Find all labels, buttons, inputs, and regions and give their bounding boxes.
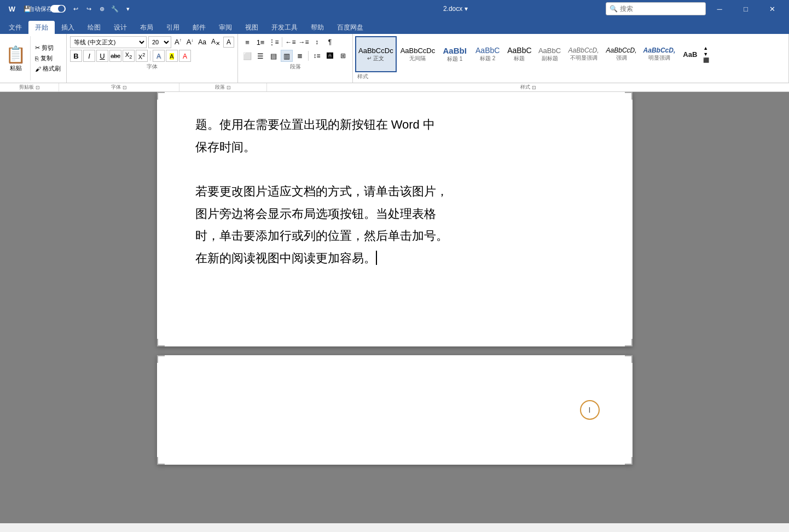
distributed-button[interactable]: ≣ (294, 50, 306, 62)
bold-button[interactable]: B (70, 50, 82, 62)
sort-button[interactable]: ↕ (311, 36, 323, 48)
divider2 (282, 37, 282, 47)
tab-view[interactable]: 视图 (239, 21, 265, 34)
paragraph-label: 段落 ⊡ (179, 83, 267, 91)
multilevel-list-button[interactable]: ⋮≡ (268, 36, 280, 48)
style-emphasis[interactable]: AaBbCcD, 强调 (604, 36, 640, 72)
styles-label: 样式 ⊡ (267, 83, 789, 91)
font-grow-button[interactable]: A↑ (173, 37, 183, 47)
superscript-button[interactable]: X2 (136, 50, 148, 62)
page1-line2: 保存时间。 (195, 136, 594, 159)
tab-help[interactable]: 帮助 (304, 21, 330, 34)
show-formatting-button[interactable]: ¶ (324, 36, 336, 48)
title-bar: W 💾 自动保存 ↩ ↪ ⊕ 🔧 ▾ 2.docx ▾ 🔍 ─ □ ✕ (0, 0, 789, 18)
paste-label: 粘贴 (10, 64, 22, 72)
highlight-color-button[interactable]: A (166, 50, 178, 62)
style-title[interactable]: AaBbC 标题 (504, 36, 534, 72)
style-no-spacing[interactable]: AaBbCcDc 无间隔 (398, 36, 438, 72)
style-subtitle-label: 副标题 (542, 55, 558, 62)
shading-button[interactable]: 🅰 (324, 50, 336, 62)
italic-button[interactable]: I (83, 50, 95, 62)
page-2: I (157, 355, 633, 465)
decrease-indent-button[interactable]: ←≡ (285, 36, 297, 48)
paste-icon: 📋 (5, 45, 26, 64)
tab-design[interactable]: 设计 (107, 21, 134, 34)
style-normal[interactable]: AaBbCcDc ↵ 正文 (355, 36, 397, 72)
align-center-button[interactable]: ☰ (254, 50, 266, 62)
styles-more-button[interactable]: ▲ ▼ ⬛ (702, 36, 710, 72)
word-icon: W (4, 2, 20, 15)
format-painter-icon: 🖌 (35, 66, 41, 72)
clipboard-dialog-icon[interactable]: ⊡ (36, 85, 40, 90)
underline-button[interactable]: U (96, 50, 108, 62)
style-strong-preview: AaB (683, 50, 697, 59)
paste-button[interactable]: 📋 粘贴 (1, 36, 31, 80)
style-strong[interactable]: AaB (679, 36, 701, 72)
page-1-content[interactable]: 题。使用在需要位置出现的新按钮在 Word 中 保存时间。 若要更改图片适应文档… (195, 114, 594, 270)
style-subtle-emphasis[interactable]: AaBbCcD, 不明显强调 (565, 36, 602, 72)
style-subtitle-preview: AaBbC (538, 47, 561, 55)
tab-developer[interactable]: 开发工具 (265, 21, 304, 34)
font-color-button[interactable]: A (179, 50, 191, 62)
numbering-button[interactable]: 1≡ (254, 36, 266, 48)
title-bar-left: W 💾 自动保存 ↩ ↪ ⊕ 🔧 ▾ (4, 2, 305, 15)
overflow-icon[interactable]: ▾ (123, 3, 134, 14)
more-icon[interactable]: ⊕ (96, 3, 107, 14)
minimize-button[interactable]: ─ (707, 0, 732, 18)
cut-icon: ✂ (35, 44, 40, 51)
clear-format-button[interactable]: A✕ (210, 37, 222, 47)
change-case-button[interactable]: Aa (196, 38, 208, 47)
divider1 (150, 51, 150, 61)
line-spacing-button[interactable]: ↕≡ (311, 50, 323, 62)
copy-button[interactable]: ⎘ 复制 (33, 54, 63, 63)
close-button[interactable]: ✕ (759, 0, 785, 18)
corner-top-right-p1 (625, 92, 633, 100)
document-title: 2.docx ▾ (305, 5, 606, 13)
customize-icon[interactable]: 🔧 (109, 3, 120, 14)
tab-review[interactable]: 审阅 (212, 21, 239, 34)
font-color-picker-button[interactable]: A (223, 37, 234, 48)
font-group: 等线 (中文正文) 20 A↑ A↓ Aa A✕ A B I U abc X2 … (67, 34, 238, 83)
borders-button[interactable]: ⊞ (337, 50, 349, 62)
search-bar[interactable]: 🔍 (606, 2, 706, 15)
font-size-select[interactable]: 20 (148, 36, 171, 48)
style-heading1-label: 标题 1 (447, 55, 462, 63)
styles-dialog-icon[interactable]: ⊡ (532, 85, 536, 90)
page1-line4: 若要更改图片适应文档的方式，请单击该图片， (195, 181, 594, 203)
increase-indent-button[interactable]: →≡ (298, 36, 310, 48)
tab-file[interactable]: 文件 (2, 21, 28, 34)
align-left-button[interactable]: ⬜ (241, 50, 253, 62)
tab-baidu[interactable]: 百度网盘 (330, 21, 370, 34)
restore-button[interactable]: □ (733, 0, 758, 18)
tab-mailings[interactable]: 邮件 (186, 21, 212, 34)
search-input[interactable] (620, 5, 702, 13)
tab-references[interactable]: 引用 (160, 21, 186, 34)
text-effect-button[interactable]: A (153, 50, 165, 62)
style-subtitle[interactable]: AaBbC 副标题 (536, 36, 564, 72)
align-right-button[interactable]: ▤ (268, 50, 280, 62)
undo-icon[interactable]: ↩ (70, 3, 81, 14)
style-subtle-emphasis-preview: AaBbCcD, (568, 47, 599, 54)
format-painter-button[interactable]: 🖌 格式刷 (33, 64, 63, 73)
paragraph-group: ≡ 1≡ ⋮≡ ←≡ →≡ ↕ ¶ ⬜ ☰ ▤ ▥ ≣ ↕≡ 🅰 ⊞ 段落 (238, 34, 353, 83)
subscript-button[interactable]: X2 (123, 50, 135, 62)
strikethrough-button[interactable]: abc (109, 50, 121, 62)
tab-layout[interactable]: 布局 (134, 21, 160, 34)
tab-insert[interactable]: 插入 (55, 21, 81, 34)
cut-button[interactable]: ✂ 剪切 (33, 43, 63, 53)
bullets-button[interactable]: ≡ (241, 36, 253, 48)
autosave-toggle[interactable] (50, 5, 66, 13)
style-heading2[interactable]: AaBbC 标题 2 (472, 36, 503, 72)
corner-bottom-left-p1 (157, 339, 165, 346)
para-dialog-icon[interactable]: ⊡ (227, 85, 231, 90)
justify-button[interactable]: ▥ (281, 50, 293, 62)
font-shrink-button[interactable]: A↓ (185, 37, 195, 47)
font-name-select[interactable]: 等线 (中文正文) (70, 36, 147, 48)
style-heading1[interactable]: AaBbI 标题 1 (439, 36, 471, 72)
redo-icon[interactable]: ↪ (83, 3, 94, 14)
style-intense-emphasis[interactable]: AaBbCcD, 明显强调 (641, 36, 678, 72)
document-area[interactable]: 题。使用在需要位置出现的新按钮在 Word 中 保存时间。 若要更改图片适应文档… (0, 92, 789, 523)
tab-draw[interactable]: 绘图 (81, 21, 107, 34)
font-dialog-icon[interactable]: ⊡ (123, 85, 127, 90)
tab-home[interactable]: 开始 (28, 21, 55, 34)
